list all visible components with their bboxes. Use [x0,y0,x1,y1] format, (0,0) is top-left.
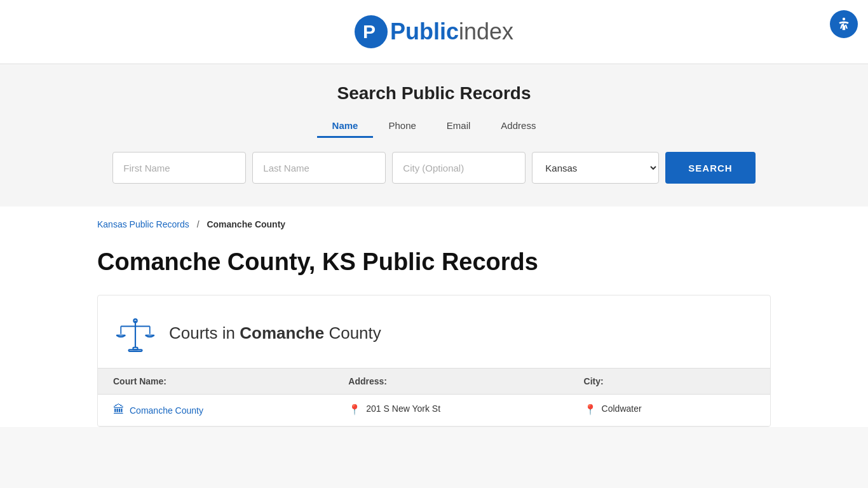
tab-email[interactable]: Email [431,115,486,138]
tab-phone[interactable]: Phone [373,115,431,138]
city-location-icon: 📍 [584,403,597,416]
svg-rect-4 [129,349,142,351]
accessibility-button[interactable] [830,10,858,38]
logo[interactable]: P Publicindex [0,15,868,48]
courts-table: Court Name: Address: City: 🏛 Comanche Co… [98,368,770,426]
svg-text:P: P [363,21,376,42]
main-content-wrapper: Kansas Public Records / Comanche County … [0,207,868,427]
logo-index: index [459,18,513,44]
search-section: Search Public Records Name Phone Email A… [0,64,868,207]
col-header-court-name: Court Name: [98,369,333,395]
city-text: Coldwater [602,403,642,414]
court-name-text: Comanche County [130,405,203,416]
state-select[interactable]: Kansas [532,152,659,184]
courts-section: Courts in Comanche County Court Name: Ad… [97,295,771,427]
building-icon: 🏛 [113,403,125,417]
address-text: 201 S New York St [366,403,440,414]
svg-point-0 [843,18,845,20]
col-header-city: City: [569,369,770,395]
address-cell: 📍 201 S New York St [333,395,568,426]
first-name-input[interactable] [112,152,246,184]
search-title: Search Public Records [0,83,868,104]
table-row: 🏛 Comanche County 📍 201 S New York St [98,395,770,426]
tab-name[interactable]: Name [317,115,374,138]
logo-icon: P [355,15,388,48]
courts-header-bold: Comanche [240,323,324,342]
main-content: Kansas Public Records / Comanche County … [85,207,783,427]
breadcrumb-separator: / [197,219,200,229]
city-row: 📍 Coldwater [584,403,755,416]
page-title: Comanche County, KS Public Records [97,248,771,276]
city-cell: 📍 Coldwater [569,395,770,426]
location-icon: 📍 [348,403,361,416]
courts-header: Courts in Comanche County [98,295,770,368]
city-input[interactable] [392,152,526,184]
court-name-cell: 🏛 Comanche County [98,395,333,426]
balance-scales-icon [113,311,158,355]
search-tabs: Name Phone Email Address [0,115,868,138]
logo-text: Publicindex [390,18,513,45]
search-form: Kansas SEARCH [85,152,783,184]
col-header-address: Address: [333,369,568,395]
breadcrumb-current: Comanche County [207,219,285,229]
courts-header-post: County [324,323,381,342]
courts-header-text: Courts in Comanche County [169,323,381,343]
courts-header-pre: Courts in [169,323,240,342]
logo-public: Public [390,18,459,44]
court-name-link[interactable]: 🏛 Comanche County [113,403,318,417]
header: P Publicindex [0,0,868,64]
table-header-row: Court Name: Address: City: [98,369,770,395]
breadcrumb-parent-link[interactable]: Kansas Public Records [97,219,189,229]
tab-address[interactable]: Address [485,115,551,138]
search-button[interactable]: SEARCH [665,152,755,184]
breadcrumb: Kansas Public Records / Comanche County [97,207,771,236]
courts-table-body: 🏛 Comanche County 📍 201 S New York St [98,395,770,426]
address-row: 📍 201 S New York St [348,403,553,416]
last-name-input[interactable] [252,152,386,184]
